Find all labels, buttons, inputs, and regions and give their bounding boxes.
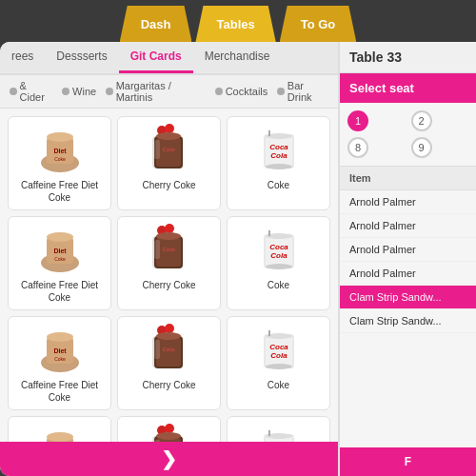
svg-text:Cola: Cola (162, 347, 175, 352)
filter-margaritas[interactable]: Margaritas / Martinis (106, 80, 206, 103)
seat-button[interactable]: 9 (411, 137, 469, 158)
seat-grid: 1289 (340, 103, 476, 167)
order-item[interactable]: Arnold Palmer (340, 214, 476, 238)
product-image: Coca Cola (245, 423, 313, 442)
svg-text:Coca: Coca (269, 243, 288, 251)
product-card[interactable]: Cola Cherry Coke (117, 316, 221, 410)
filter-dot-cider (10, 88, 17, 95)
svg-rect-34 (154, 240, 160, 259)
svg-text:Coke: Coke (54, 356, 66, 362)
product-image: Cola (135, 323, 204, 375)
product-image: Coca Cola (245, 323, 313, 375)
product-card[interactable]: Coca Cola Coke (227, 316, 330, 410)
svg-point-65 (47, 432, 73, 442)
svg-point-10 (165, 124, 174, 133)
product-name: Caffeine Free Diet Coke (12, 379, 107, 404)
product-name: Cherry Coke (142, 179, 195, 191)
svg-point-74 (156, 432, 181, 440)
product-card[interactable]: Diet Coke Caffeine Free Diet Coke (8, 416, 111, 442)
product-image: Diet Coke (26, 423, 94, 442)
product-card[interactable]: Cola Cherry Coke (117, 416, 221, 442)
product-name: Cherry Coke (142, 279, 195, 291)
seat-button[interactable]: 2 (411, 110, 469, 131)
product-card[interactable]: Diet Coke Caffeine Free Diet Coke (8, 116, 111, 210)
svg-point-53 (156, 332, 181, 340)
bottom-bar[interactable]: ❯ (0, 442, 338, 476)
svg-point-11 (156, 132, 181, 140)
nav-togo[interactable]: To Go (280, 6, 357, 42)
product-image: Coca Cola (245, 223, 313, 275)
tab-merchandise[interactable]: Merchandise (193, 42, 282, 73)
svg-text:Diet: Diet (53, 248, 67, 254)
svg-point-23 (47, 232, 73, 242)
product-name: Caffeine Free Diet Coke (12, 279, 107, 304)
svg-text:Coca: Coca (269, 343, 288, 351)
svg-rect-13 (154, 140, 160, 159)
product-card[interactable]: Diet Coke Caffeine Free Diet Coke (8, 216, 111, 310)
svg-text:Coke: Coke (54, 156, 66, 162)
order-item[interactable]: Clam Strip Sandw... (340, 309, 476, 333)
seat-number: 9 (411, 137, 432, 158)
right-panel: Table 33 Select seat 1289 Item Arnold Pa… (338, 42, 476, 476)
product-grid: Diet Coke Caffeine Free Diet Coke Cola C… (0, 109, 338, 442)
svg-point-44 (47, 332, 73, 342)
seat-button[interactable]: 1 (347, 110, 406, 131)
svg-text:Cola: Cola (270, 251, 288, 260)
filter-cocktails[interactable]: Cocktails (215, 86, 268, 97)
product-image: Diet Coke (26, 323, 94, 375)
product-image: Coca Cola (245, 123, 313, 175)
svg-point-20 (266, 164, 292, 169)
next-arrow-icon: ❯ (161, 447, 177, 470)
svg-text:Coca: Coca (269, 143, 288, 151)
product-card[interactable]: Coca Cola Coke (227, 116, 330, 210)
svg-point-73 (165, 424, 174, 433)
nav-tables[interactable]: Tables (195, 6, 275, 42)
filter-dot-wine (62, 88, 69, 95)
tab-git-cards[interactable]: Git Cards (119, 42, 193, 73)
product-image: Cola (135, 423, 204, 442)
filter-cider[interactable]: & Cider (10, 80, 52, 103)
product-name: Coke (268, 379, 289, 391)
checkout-button[interactable]: F (340, 447, 476, 476)
product-name: Caffeine Free Diet Coke (12, 179, 107, 204)
top-nav: Dash Tables To Go (0, 0, 476, 42)
product-card[interactable]: Diet Coke Caffeine Free Diet Coke (8, 316, 111, 410)
order-item[interactable]: Arnold Palmer (340, 190, 476, 214)
order-item[interactable]: Arnold Palmer (340, 238, 476, 262)
seat-button[interactable]: 8 (347, 137, 406, 158)
product-image: Diet Coke (26, 123, 94, 175)
filter-bar-drink[interactable]: Bar Drink (277, 80, 328, 103)
order-item[interactable]: Arnold Palmer (340, 262, 476, 286)
svg-rect-55 (154, 340, 160, 359)
left-panel: rees Dessserts Git Cards Merchandise & C… (0, 42, 338, 476)
filter-wine[interactable]: Wine (62, 86, 96, 97)
category-tabs: rees Dessserts Git Cards Merchandise (0, 42, 338, 75)
svg-point-62 (266, 364, 292, 369)
product-name: Cherry Coke (142, 379, 195, 391)
product-name: Coke (268, 279, 289, 291)
order-item[interactable]: Clam Strip Sandw... (340, 286, 476, 309)
product-card[interactable]: Coca Cola Coke (227, 416, 330, 442)
svg-point-41 (266, 264, 292, 269)
tab-trees[interactable]: rees (0, 42, 45, 73)
svg-text:Cola: Cola (270, 151, 288, 160)
svg-point-2 (47, 132, 73, 142)
svg-text:Cola: Cola (270, 351, 288, 360)
product-card[interactable]: Cola Cherry Coke (117, 216, 221, 310)
svg-text:Diet: Diet (53, 347, 67, 354)
product-image: Diet Coke (26, 223, 94, 275)
seat-number: 8 (347, 137, 368, 158)
product-card[interactable]: Coca Cola Coke (227, 216, 330, 310)
svg-point-52 (165, 324, 174, 333)
seat-number: 2 (411, 110, 432, 131)
product-card[interactable]: Cola Cherry Coke (117, 116, 221, 210)
nav-dash[interactable]: Dash (120, 6, 192, 42)
order-list-header: Item (340, 167, 476, 190)
svg-text:Diet: Diet (53, 148, 67, 154)
order-items-list: Arnold PalmerArnold PalmerArnold PalmerA… (340, 190, 476, 447)
product-image: Cola (135, 123, 204, 175)
tab-desserts[interactable]: Dessserts (45, 42, 118, 73)
table-title: Table 33 (340, 42, 476, 73)
svg-text:Cola: Cola (162, 147, 175, 152)
select-seat-header: Select seat (340, 73, 476, 103)
